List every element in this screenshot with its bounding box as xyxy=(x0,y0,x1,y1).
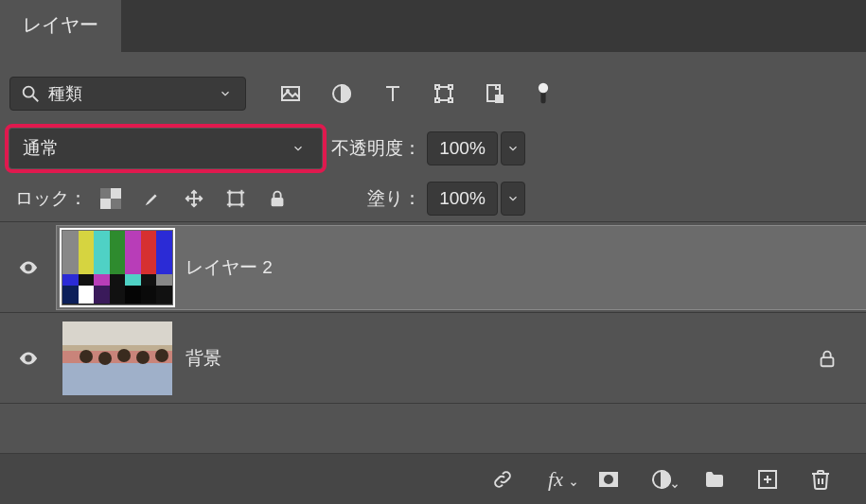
layers-end xyxy=(0,403,866,431)
trash-icon[interactable] xyxy=(809,468,832,491)
svg-rect-13 xyxy=(495,95,504,103)
svg-point-15 xyxy=(539,83,548,93)
opacity-input[interactable]: 100% xyxy=(427,131,498,165)
layer-name[interactable]: レイヤー 2 xyxy=(186,255,273,280)
link-layers-icon[interactable] xyxy=(491,468,514,491)
panel-header: レイヤー xyxy=(0,0,866,52)
text-filter-icon[interactable] xyxy=(381,82,404,105)
lock-row: ロック： 塗り： 100% xyxy=(0,176,866,221)
lock-label: ロック： xyxy=(15,186,87,211)
chevron-down-icon xyxy=(288,138,309,159)
chevron-down-icon xyxy=(503,138,523,159)
svg-rect-11 xyxy=(449,98,452,102)
svg-rect-30 xyxy=(272,198,284,206)
blend-mode-value: 通常 xyxy=(23,136,59,161)
lock-artboard-icon[interactable] xyxy=(225,188,246,209)
tab-bar xyxy=(121,0,866,52)
shape-filter-icon[interactable] xyxy=(433,82,455,105)
layer-name[interactable]: 背景 xyxy=(186,346,221,371)
filter-type-select[interactable]: 種類 xyxy=(9,77,246,111)
fill-input[interactable]: 100% xyxy=(427,182,498,216)
svg-point-35 xyxy=(604,475,613,484)
blend-mode-select[interactable]: 通常 xyxy=(9,129,322,168)
lock-move-icon[interactable] xyxy=(184,188,204,209)
lock-brush-icon[interactable] xyxy=(142,188,163,209)
search-icon xyxy=(20,83,41,104)
filter-type-label: 種類 xyxy=(48,82,82,105)
svg-line-1 xyxy=(33,96,39,102)
filter-row: 種類 xyxy=(0,66,866,121)
svg-rect-10 xyxy=(435,98,439,102)
svg-point-31 xyxy=(27,266,30,269)
fill-value: 100% xyxy=(439,188,486,209)
layer-thumbnail[interactable] xyxy=(62,322,172,395)
lock-icon xyxy=(817,348,838,369)
svg-rect-17 xyxy=(100,188,111,199)
layers-tab-label: レイヤー xyxy=(23,12,98,38)
panel-menu-icon[interactable] xyxy=(826,16,847,37)
filter-icons xyxy=(279,82,552,105)
blend-row: 通常 不透明度： 100% xyxy=(0,121,866,176)
fill-dropdown[interactable] xyxy=(501,182,525,216)
panel-footer: fx xyxy=(0,453,866,504)
visibility-eye-icon[interactable] xyxy=(18,348,39,369)
adjustment-layer-icon[interactable] xyxy=(650,468,673,491)
new-layer-icon[interactable] xyxy=(756,468,779,491)
svg-rect-21 xyxy=(230,193,242,205)
adjustment-filter-icon[interactable] xyxy=(330,82,353,105)
layers-tab[interactable]: レイヤー xyxy=(0,0,121,52)
filter-toggle-switch[interactable] xyxy=(535,82,552,105)
opacity-dropdown[interactable] xyxy=(501,131,525,165)
lock-transparency-icon[interactable] xyxy=(100,188,121,209)
chevron-down-icon xyxy=(503,188,523,209)
svg-rect-18 xyxy=(111,199,121,209)
fx-icon[interactable]: fx xyxy=(544,468,567,491)
lock-all-icon[interactable] xyxy=(267,188,288,209)
smartobject-filter-icon[interactable] xyxy=(484,82,506,105)
chevron-down-icon xyxy=(215,83,236,104)
svg-point-32 xyxy=(27,356,30,360)
mask-icon[interactable] xyxy=(597,468,620,491)
lock-icons xyxy=(100,188,288,209)
visibility-eye-icon[interactable] xyxy=(18,257,39,278)
opacity-value: 100% xyxy=(439,138,486,159)
opacity-label: 不透明度： xyxy=(331,136,421,161)
svg-point-3 xyxy=(287,90,289,92)
svg-rect-33 xyxy=(822,357,834,366)
svg-rect-9 xyxy=(449,85,452,89)
layer-row[interactable]: 背景 xyxy=(0,312,866,403)
folder-icon[interactable] xyxy=(703,468,726,491)
image-filter-icon[interactable] xyxy=(279,82,302,105)
svg-rect-8 xyxy=(435,85,439,89)
layer-thumbnail[interactable] xyxy=(62,231,172,304)
fill-label: 塗り： xyxy=(367,186,421,211)
svg-point-0 xyxy=(24,87,34,97)
layers-list: レイヤー 2 背景 xyxy=(0,221,866,431)
layer-row[interactable]: レイヤー 2 xyxy=(0,221,866,312)
